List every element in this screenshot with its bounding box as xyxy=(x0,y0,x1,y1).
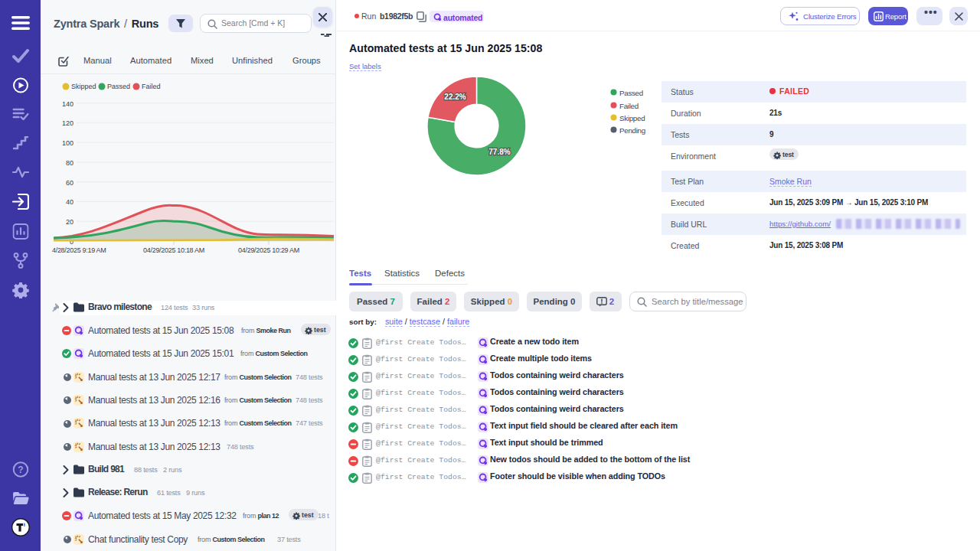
svg-text:60: 60 xyxy=(66,179,74,187)
svg-text:Skipped: Skipped xyxy=(619,114,645,122)
svg-text:100: 100 xyxy=(62,139,74,147)
svg-text:Pending: Pending xyxy=(619,126,645,135)
svg-text:20: 20 xyxy=(66,218,74,226)
svg-text:77.8%: 77.8% xyxy=(488,147,510,155)
svg-text:120: 120 xyxy=(62,119,74,127)
svg-text:80: 80 xyxy=(66,159,74,167)
svg-text:Failed: Failed xyxy=(619,102,639,110)
svg-text:22.2%: 22.2% xyxy=(444,92,466,100)
svg-text:4/28/2025 9:19 AM: 4/28/2025 9:19 AM xyxy=(52,246,106,254)
svg-text:04/29/2025 10:29 AM: 04/29/2025 10:29 AM xyxy=(238,246,299,254)
svg-text:40: 40 xyxy=(66,198,74,206)
svg-text:Passed: Passed xyxy=(619,89,643,97)
svg-text:Skipped: Skipped xyxy=(71,83,96,90)
svg-text:140: 140 xyxy=(62,100,74,108)
svg-text:Passed: Passed xyxy=(107,83,130,90)
svg-text:04/29/2025 10:18 AM: 04/29/2025 10:18 AM xyxy=(143,246,204,254)
svg-text:Failed: Failed xyxy=(142,83,161,90)
svg-text:?: ? xyxy=(18,465,23,475)
